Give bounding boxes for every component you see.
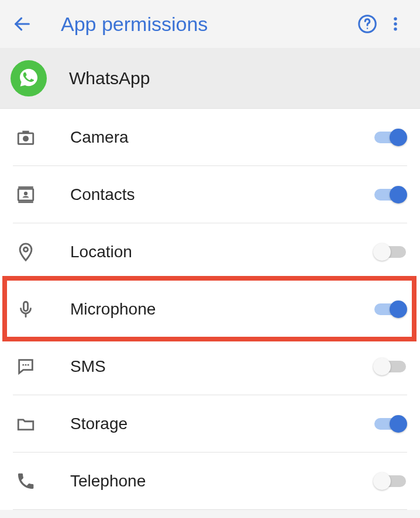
permission-toggle-camera[interactable]	[373, 127, 407, 148]
permission-toggle-contacts[interactable]	[373, 184, 407, 205]
permission-row-sms[interactable]: SMS	[0, 338, 420, 395]
more-vert-icon	[387, 15, 404, 33]
location-icon	[13, 239, 39, 265]
permission-list: Camera Contacts Location Microphone SMS	[0, 109, 420, 510]
sms-icon	[13, 354, 39, 379]
svg-point-13	[23, 247, 27, 251]
permission-label: Camera	[70, 128, 373, 147]
permission-label: Contacts	[70, 185, 373, 204]
svg-point-5	[394, 27, 397, 31]
contacts-icon	[13, 182, 39, 208]
permission-label: Storage	[70, 415, 373, 433]
svg-point-4	[394, 22, 397, 26]
app-name-label: WhatsApp	[69, 68, 150, 88]
svg-rect-14	[23, 302, 27, 311]
svg-point-7	[23, 136, 29, 141]
permission-toggle-location[interactable]	[373, 241, 407, 263]
svg-point-17	[25, 364, 27, 366]
app-header: WhatsApp	[0, 48, 420, 109]
whatsapp-app-icon	[11, 60, 47, 96]
help-button[interactable]	[353, 10, 381, 38]
svg-rect-8	[22, 131, 29, 133]
overflow-menu-button[interactable]	[381, 10, 409, 38]
toolbar: App permissions	[0, 0, 420, 48]
svg-point-12	[24, 192, 27, 195]
microphone-icon	[13, 296, 39, 322]
permission-label: Telephone	[70, 472, 373, 491]
permission-toggle-sms[interactable]	[373, 356, 407, 377]
storage-icon	[13, 411, 39, 437]
permission-row-contacts[interactable]: Contacts	[0, 166, 420, 223]
camera-icon	[13, 125, 39, 150]
arrow-back-icon	[12, 14, 32, 34]
svg-point-18	[27, 364, 29, 366]
whatsapp-icon	[17, 67, 40, 90]
permission-label: Microphone	[70, 300, 373, 319]
permission-toggle-storage[interactable]	[373, 413, 407, 434]
permission-toggle-microphone[interactable]	[373, 299, 407, 320]
svg-point-2	[367, 27, 368, 29]
help-icon	[357, 13, 378, 34]
page-title: App permissions	[61, 13, 353, 36]
svg-point-16	[22, 364, 24, 366]
permission-row-telephone[interactable]: Telephone	[0, 453, 420, 510]
permission-row-microphone[interactable]: Microphone	[0, 281, 420, 338]
permission-label: Location	[70, 243, 373, 261]
permission-toggle-telephone[interactable]	[373, 471, 407, 492]
permission-row-storage[interactable]: Storage	[0, 395, 420, 453]
permission-row-camera[interactable]: Camera	[0, 109, 420, 166]
phone-icon	[13, 468, 39, 494]
divider	[13, 509, 407, 510]
svg-point-3	[394, 18, 397, 21]
back-button[interactable]	[11, 12, 34, 36]
permission-label: SMS	[70, 357, 373, 376]
permission-row-location[interactable]: Location	[0, 223, 420, 281]
